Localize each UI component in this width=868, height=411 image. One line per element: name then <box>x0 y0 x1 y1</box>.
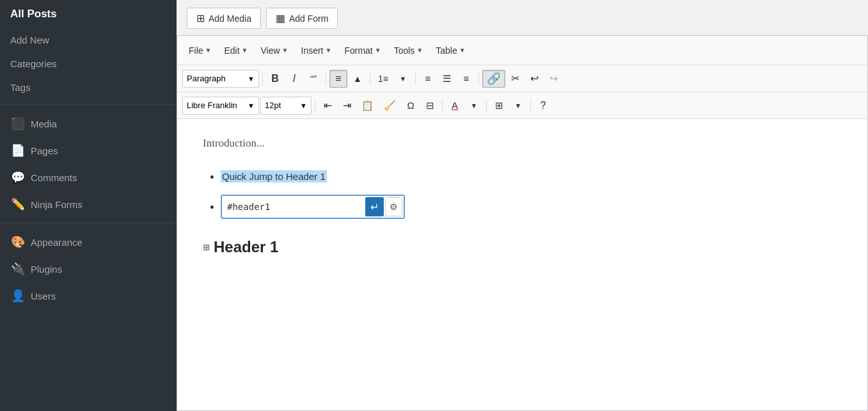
sep8 <box>486 99 487 112</box>
toolbar-row1: Paragraph ▼ B I “” ≡ ▲ 1≡ ▼ ≡ ☰ ≡ 🔗 ✂ ↩ … <box>177 65 867 92</box>
main-content: ⊞ Add Media ▦ Add Form File ▼ Edit ▼ Vie… <box>177 0 868 411</box>
align-right-button[interactable]: ≡ <box>457 70 475 88</box>
list-up-button[interactable]: ▲ <box>349 70 367 88</box>
sidebar-item-plugins[interactable]: 🔌 Plugins <box>0 255 177 282</box>
sidebar: All Posts Add New Categories Tags ⬛ Medi… <box>0 0 177 411</box>
media-icon: ⬛ <box>10 117 26 131</box>
selected-text: Quick Jump to Header 1 <box>221 170 327 182</box>
link-button[interactable]: 🔗 <box>482 70 505 88</box>
italic-button[interactable]: I <box>285 70 303 88</box>
menu-file[interactable]: File ▼ <box>182 43 217 58</box>
font-color-button[interactable]: A <box>446 97 464 115</box>
sidebar-item-comments[interactable]: 💬 Comments <box>0 164 177 191</box>
redo-button[interactable]: ↪ <box>545 70 563 88</box>
help-button[interactable]: ? <box>534 97 552 115</box>
list-item-1: Quick Jump to Header 1 <box>221 168 842 185</box>
sidebar-item-all-posts[interactable]: All Posts <box>0 0 177 28</box>
plugins-icon: 🔌 <box>10 262 26 276</box>
indent-left-button[interactable]: ⇤ <box>319 97 336 115</box>
sep5 <box>478 72 479 85</box>
sep2 <box>326 72 326 85</box>
editor-area[interactable]: Introduction... Quick Jump to Header 1 ↵… <box>177 119 867 410</box>
top-bar: ⊞ Add Media ▦ Add Form <box>177 0 868 35</box>
add-form-icon: ▦ <box>276 12 285 24</box>
paragraph-select[interactable]: Paragraph ▼ <box>182 70 259 88</box>
editor-container: File ▼ Edit ▼ View ▼ Insert ▼ Format ▼ T… <box>177 35 868 411</box>
align-left-button[interactable]: ≡ <box>419 70 437 88</box>
link-settings-button[interactable]: ⚙ <box>385 197 402 216</box>
font-select[interactable]: Libre Franklin ▼ <box>182 97 259 115</box>
edit-arrow-icon: ▼ <box>242 47 248 54</box>
indent-right-button[interactable]: ⇥ <box>338 97 356 115</box>
add-form-button[interactable]: ▦ Add Form <box>266 8 338 29</box>
toolbar-row2: Libre Franklin ▼ 12pt ▼ ⇤ ⇥ 📋 🧹 Ω ⊟ A ▼ … <box>177 92 867 119</box>
list-item-2: ↵ ⚙ <box>221 193 842 219</box>
align-center-button[interactable]: ☰ <box>438 70 456 88</box>
menubar: File ▼ Edit ▼ View ▼ Insert ▼ Format ▼ T… <box>177 36 867 65</box>
sep9 <box>530 99 531 112</box>
bold-button[interactable]: B <box>266 70 284 88</box>
size-arrow-icon: ▼ <box>300 102 307 109</box>
table-arrow-icon: ▼ <box>459 47 466 54</box>
sidebar-divider2 <box>0 223 177 223</box>
list-arrow-button[interactable]: ▼ <box>394 70 412 88</box>
sep7 <box>442 99 443 112</box>
sidebar-item-users[interactable]: 👤 Users <box>0 282 177 309</box>
unordered-list-button[interactable]: ≡ <box>329 70 347 88</box>
font-color-arrow-button[interactable]: ▼ <box>465 97 483 115</box>
format-arrow-icon: ▼ <box>375 47 381 54</box>
sidebar-item-appearance[interactable]: 🎨 Appearance <box>0 229 177 255</box>
sidebar-item-ninja-forms[interactable]: ✏️ Ninja Forms <box>0 191 177 218</box>
menu-tools[interactable]: Tools ▼ <box>388 43 430 58</box>
undo-button[interactable]: ↩ <box>526 70 544 88</box>
grid-arrow-button[interactable]: ▼ <box>509 97 527 115</box>
pages-icon: 📄 <box>10 143 26 157</box>
sidebar-item-pages[interactable]: 📄 Pages <box>0 137 177 164</box>
menu-view[interactable]: View ▼ <box>255 43 295 58</box>
unlink-button[interactable]: ✂ <box>507 70 525 88</box>
grid-button[interactable]: ⊞ <box>490 97 508 115</box>
link-popup: ↵ ⚙ <box>221 195 405 219</box>
link-apply-button[interactable]: ↵ <box>365 197 384 216</box>
ordered-list-button[interactable]: 1≡ <box>374 70 393 88</box>
sidebar-item-media[interactable]: ⬛ Media <box>0 110 177 137</box>
add-media-icon: ⊞ <box>196 12 205 24</box>
sidebar-divider <box>0 104 177 105</box>
sidebar-item-tags[interactable]: Tags <box>0 76 177 99</box>
table-insert-button[interactable]: ⊟ <box>421 97 439 115</box>
appearance-icon: 🎨 <box>10 235 26 249</box>
header1-text: ⊞ Header 1 <box>203 234 842 261</box>
sep3 <box>370 72 370 85</box>
paragraph-arrow-icon: ▼ <box>248 75 255 83</box>
add-media-button[interactable]: ⊞ Add Media <box>187 8 261 29</box>
menu-insert[interactable]: Insert ▼ <box>295 43 338 58</box>
editor-intro-text: Introduction... <box>203 134 842 153</box>
menu-edit[interactable]: Edit ▼ <box>217 43 254 58</box>
editor-list: Quick Jump to Header 1 ↵ ⚙ <box>203 168 842 220</box>
sidebar-item-categories[interactable]: Categories <box>0 52 177 76</box>
header1-icon: ⊞ <box>203 243 210 252</box>
comments-icon: 💬 <box>10 170 26 184</box>
paste-button[interactable]: 📋 <box>357 97 378 115</box>
menu-table[interactable]: Table ▼ <box>429 43 471 58</box>
sidebar-item-add-new[interactable]: Add New <box>0 28 177 52</box>
file-arrow-icon: ▼ <box>205 47 212 54</box>
link-url-input[interactable] <box>223 199 364 214</box>
omega-button[interactable]: Ω <box>402 97 420 115</box>
eraser-button[interactable]: 🧹 <box>379 97 400 115</box>
sep1 <box>262 72 263 85</box>
users-icon: 👤 <box>10 289 26 303</box>
font-arrow-icon: ▼ <box>248 102 255 109</box>
view-arrow-icon: ▼ <box>282 47 288 54</box>
sep4 <box>415 72 416 85</box>
tools-arrow-icon: ▼ <box>416 47 423 54</box>
insert-arrow-icon: ▼ <box>326 47 332 54</box>
sep6 <box>315 99 315 112</box>
menu-format[interactable]: Format ▼ <box>338 43 387 58</box>
size-select[interactable]: 12pt ▼ <box>260 97 312 115</box>
blockquote-button[interactable]: “” <box>304 70 322 88</box>
ninja-forms-icon: ✏️ <box>10 197 26 211</box>
